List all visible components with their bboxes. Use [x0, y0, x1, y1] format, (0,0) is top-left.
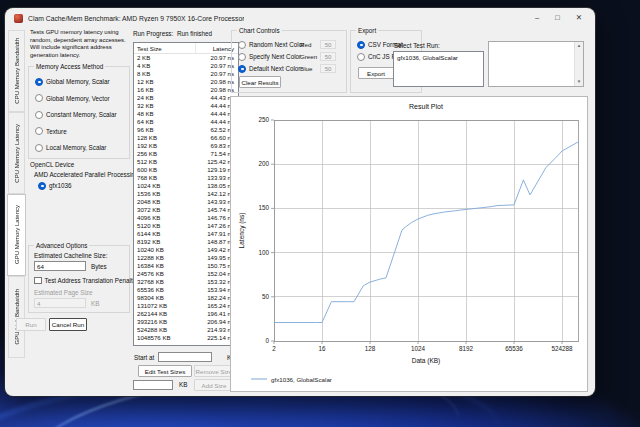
page-size-label: Estimated Page Size	[34, 289, 92, 297]
table-row[interactable]: 16384 KB150.75 ns	[134, 262, 238, 270]
table-row[interactable]: 524288 KB214.93 ns	[134, 326, 238, 334]
clear-results-button[interactable]: Clear Results	[239, 76, 281, 88]
table-row[interactable]: 32768 KB153.32 ns	[134, 278, 238, 286]
maximize-button[interactable]: □	[555, 8, 560, 28]
column-header-test-size[interactable]: Test Size	[134, 43, 196, 53]
test-size-cell: 98304 KB	[134, 294, 196, 302]
run-progress-label: Run Progress:	[133, 30, 173, 38]
table-row[interactable]: 600 KB129.19 ns	[134, 166, 238, 174]
test-size-cell: 512 KB	[134, 158, 196, 166]
table-row[interactable]: 10240 KB149.42 ns	[134, 246, 238, 254]
table-row[interactable]: 2048 KB143.93 ns	[134, 198, 238, 206]
test-run-listbox: gfx1036, GlobalScalar	[393, 51, 484, 87]
test-size-cell: 24576 KB	[134, 270, 196, 278]
radio-random-next-color[interactable]: Random Next Color	[238, 40, 304, 49]
radio-global-memory-vector[interactable]: Global Memory, Vector	[35, 94, 117, 103]
start-at-input[interactable]	[158, 352, 212, 362]
table-row[interactable]: 12288 KB149.95 ns	[134, 254, 238, 262]
tab-gpu-link-bandwidth[interactable]: GPU Link Bandwidth	[8, 276, 25, 358]
table-row[interactable]: 6144 KB147.91 ns	[134, 230, 238, 238]
table-row[interactable]: 4 KB20.97 ns	[134, 62, 238, 70]
table-row[interactable]: 1536 KB142.12 ns	[134, 190, 238, 198]
svg-text:1024: 1024	[411, 345, 426, 352]
table-row[interactable]: 48 KB44.44 ns	[134, 110, 238, 118]
opencl-device-options: gfx1036	[38, 181, 71, 190]
radio-global-memory-scalar[interactable]: Global Memory, Scalar	[35, 77, 117, 86]
add-size-input[interactable]	[133, 380, 173, 390]
remove-size-button[interactable]: Remove Size	[194, 365, 234, 377]
export-button[interactable]: Export	[358, 67, 394, 79]
test-size-cell: 600 KB	[134, 166, 196, 174]
table-row[interactable]: 262144 KB196.41 ns	[134, 310, 238, 318]
table-row[interactable]: 12 KB20.98 ns	[134, 78, 238, 86]
svg-text:128: 128	[365, 345, 376, 352]
radio-gfx1036[interactable]: gfx1036	[38, 181, 71, 190]
app-icon	[14, 14, 23, 23]
table-row[interactable]: 1048576 KB225.14 ns	[134, 334, 238, 342]
svg-text:Latency (ns): Latency (ns)	[238, 213, 246, 249]
table-row[interactable]: 1024 KB138.05 ns	[134, 182, 238, 190]
tab-cpu-memory-bandwidth[interactable]: CPU Memory Bandwidth	[8, 30, 25, 112]
radio-local-memory-scalar[interactable]: Local Memory, Scalar	[35, 143, 117, 152]
svg-text:100: 100	[258, 249, 269, 256]
table-row[interactable]: 96 KB62.52 ns	[134, 126, 238, 134]
table-row[interactable]: 131072 KB165.24 ns	[134, 302, 238, 310]
table-row[interactable]: 24576 KB152.04 ns	[134, 270, 238, 278]
table-row[interactable]: 4096 KB146.76 ns	[134, 214, 238, 222]
table-row[interactable]: 256 KB71.54 ns	[134, 150, 238, 158]
table-row[interactable]: 768 KB133.93 ns	[134, 174, 238, 182]
tab-gpu-memory-latency[interactable]: GPU Memory Latency	[7, 194, 26, 276]
test-size-cell: 16384 KB	[134, 262, 196, 270]
green-value-input[interactable]: 50	[320, 52, 336, 61]
tab-cpu-memory-latency[interactable]: CPU Memory Latency	[8, 112, 25, 194]
radio-dot	[35, 111, 43, 119]
scrollbar[interactable]: ▲ ▼	[574, 42, 583, 86]
test-size-cell: 8192 KB	[134, 238, 196, 246]
table-row[interactable]: 192 KB69.83 ns	[134, 142, 238, 150]
blue-value-input[interactable]: 50	[320, 64, 336, 73]
test-size-cell: 32768 KB	[134, 278, 196, 286]
table-row[interactable]: 128 KB66.60 ns	[134, 134, 238, 142]
add-size-button[interactable]: Add Size	[194, 379, 234, 391]
table-row[interactable]: 24 KB44.43 ns	[134, 94, 238, 102]
svg-text:Data (KB): Data (KB)	[412, 357, 441, 365]
table-row[interactable]: 5120 KB147.26 ns	[134, 222, 238, 230]
run-button[interactable]: Run	[16, 318, 46, 331]
table-row[interactable]: 3072 KB145.74 ns	[134, 206, 238, 214]
cancel-run-button[interactable]: Cancel Run	[49, 318, 87, 331]
table-row[interactable]: 64 KB44.44 ns	[134, 118, 238, 126]
table-row[interactable]: 98304 KB182.24 ns	[134, 294, 238, 302]
group-title: Export	[356, 27, 378, 34]
table-row[interactable]: 8192 KB148.87 ns	[134, 238, 238, 246]
radio-specify-next-color[interactable]: Specify Next Color	[238, 52, 304, 61]
table-row[interactable]: 393216 KB206.94 ns	[134, 318, 238, 326]
result-plot-panel: 2161281024819265536524288050100150200250…	[230, 96, 588, 392]
cacheline-size-input[interactable]	[34, 261, 86, 271]
app-window: Clam Cache/Mem Benchmark: AMD Ryzen 9 79…	[5, 8, 595, 396]
radio-constant-memory-scalar[interactable]: Constant Memory, Scalar	[35, 110, 117, 119]
table-row[interactable]: 512 KB125.42 ns	[134, 158, 238, 166]
radio-default-next-color[interactable]: Default Next Color	[238, 64, 304, 73]
minimize-button[interactable]: –	[535, 8, 539, 28]
results-text-box[interactable]: ▲ ▼	[488, 41, 584, 87]
radio-dot	[35, 127, 43, 135]
svg-text:200: 200	[258, 160, 269, 167]
scroll-down-arrow-icon[interactable]: ▼	[577, 79, 581, 85]
test-size-cell: 2 KB	[134, 54, 196, 62]
radio-label: Specify Next Color	[249, 53, 301, 60]
table-row[interactable]: 8 KB20.97 ns	[134, 70, 238, 78]
table-row[interactable]: 32 KB44.44 ns	[134, 102, 238, 110]
scroll-up-arrow-icon[interactable]: ▲	[577, 43, 581, 49]
page-size-input	[34, 298, 86, 308]
radio-texture[interactable]: Texture	[35, 127, 117, 136]
red-value-input[interactable]: 50	[320, 40, 336, 49]
close-button[interactable]: ✕	[576, 8, 582, 28]
table-row[interactable]: 65536 KB153.94 ns	[134, 286, 238, 294]
checkbox-box	[34, 277, 42, 285]
edit-test-sizes-button[interactable]: Edit Test Sizes	[138, 365, 192, 377]
table-row[interactable]: 2 KB20.97 ns	[134, 54, 238, 62]
table-row[interactable]: 16 KB20.98 ns	[134, 86, 238, 94]
list-item[interactable]: gfx1036, GlobalScalar	[394, 52, 483, 61]
tab-label: CPU Memory Latency	[14, 124, 20, 183]
translation-penalties-checkbox[interactable]: Test Address Translation Penalties	[34, 276, 141, 285]
